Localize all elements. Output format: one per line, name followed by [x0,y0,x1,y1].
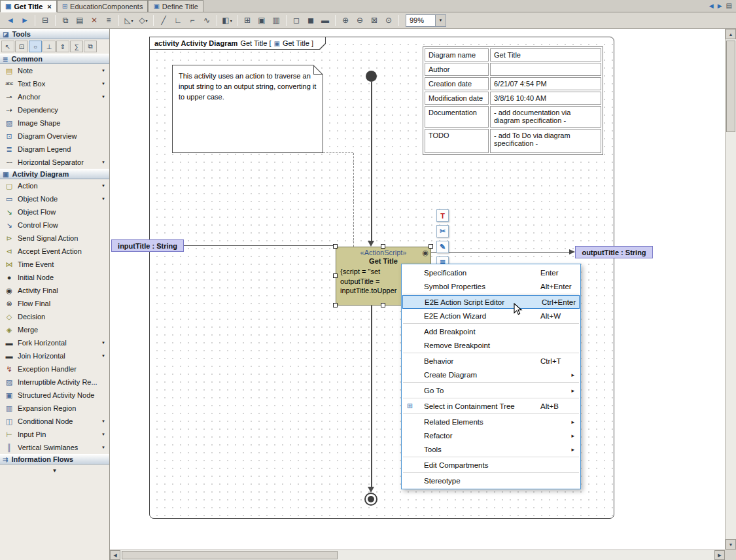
menu-item-go-to[interactable]: Go To▸ [402,383,580,397]
symbol-style-button[interactable]: ◧▾ [220,14,234,27]
activity-final-node[interactable] [364,493,377,506]
scroll-left-icon[interactable]: ◀ [110,550,120,560]
input-pin-connector-line[interactable] [184,245,336,246]
delete-button[interactable]: ✕ [87,14,101,27]
scroll-right-icon[interactable]: ▶ [714,550,725,560]
horizontal-scroll-thumb[interactable] [122,551,338,559]
menu-item-remove-breakpoint[interactable]: Remove Breakpoint [402,338,580,352]
palette-item-activity-final[interactable]: ◉Activity Final [0,284,109,297]
spline-path-button[interactable]: ∿ [200,14,214,27]
cut-tool-button[interactable]: ✂ [436,225,449,237]
select-tool-button[interactable]: ↖ [1,41,14,52]
palette-item-dependency[interactable]: ⇢Dependency [0,103,109,116]
palette-item-interruptible-activity-re[interactable]: ▨Interruptible Activity Re... [0,376,109,389]
scroll-down-icon[interactable]: ▼ [726,539,736,550]
palette-item-decision[interactable]: ◇Decision [0,310,109,323]
anchor-tool-button[interactable]: ⊥ [43,41,56,52]
palette-item-text-box[interactable]: abcText Box▼ [0,77,109,90]
zoom-dropdown-icon[interactable]: ▼ [436,14,446,27]
palette-item-image-shape[interactable]: ▧Image Shape [0,116,109,130]
fit-in-window-button[interactable]: ⊠ [367,14,381,27]
palette-item-send-signal-action[interactable]: ⊳Send Signal Action [0,232,109,245]
containment-tree-button[interactable]: ⊟ [38,14,52,27]
tab-list-icon[interactable]: ▤ [726,2,732,9]
menu-item-e2e-action-wizard[interactable]: E2E Action WizardAlt+W [402,309,580,323]
diagram-canvas[interactable]: activity Activity Diagram Get Title [ ▣ … [110,29,725,550]
initial-node[interactable] [366,71,377,82]
zoom-in-button[interactable]: ⊕ [338,14,353,27]
action-script-icon[interactable]: ◉ [422,249,429,256]
scroll-up-icon[interactable]: ▲ [726,29,736,39]
input-pin-label[interactable]: inputTitle : String [111,239,184,252]
palette-item-input-pin[interactable]: ⊢Input Pin▼ [0,428,109,441]
palette-item-control-flow[interactable]: ↘Control Flow [0,219,109,232]
cascade-tool-button[interactable]: ⧉ [84,41,97,52]
maximize-button[interactable]: ◼ [304,14,318,27]
edit-script-button[interactable]: ✎ [436,241,449,253]
forward-button[interactable]: ► [18,14,32,27]
menu-item-create-diagram[interactable]: Create Diagram▸ [402,368,580,381]
palette-item-note[interactable]: ▤Note▼ [0,64,109,77]
palette-item-conditional-node[interactable]: ◫Conditional Node▼ [0,415,109,428]
palette-item-fork-horizontal[interactable]: ▬Fork Horizontal▼ [0,336,109,349]
selection-handle[interactable] [333,273,338,278]
copy-button[interactable]: ⧉ [58,14,73,27]
palette-item-accept-event-action[interactable]: ⊲Accept Event Action [0,245,109,258]
selection-handle[interactable] [429,244,433,249]
menu-item-tools[interactable]: Tools▸ [402,442,580,456]
horizontal-scrollbar[interactable]: ◀ ▶ [110,550,725,560]
palette-item-horizontal-separator[interactable]: ----Horizontal Separator▼ [0,156,109,169]
next-tab-icon[interactable]: ▶ [718,3,722,9]
oblique-path-button[interactable]: ╱ [156,14,171,27]
text-tool-button[interactable]: T [436,209,449,222]
palette-item-merge[interactable]: ◈Merge [0,323,109,336]
draw-shape-button[interactable]: ◇▾ [136,14,150,27]
collapse-button[interactable]: ▬ [318,14,332,27]
palette-item-expansion-region[interactable]: ▥Expansion Region [0,402,109,415]
tab-get-title[interactable]: ▣Get Title× [0,0,57,12]
vertical-scrollbar[interactable]: ▲ ▼ [725,29,736,550]
palette-more-icon[interactable]: ▼ [0,464,109,474]
distribute-tool-button[interactable]: ⇕ [56,41,69,52]
menu-item-select-in-containment-tree[interactable]: ⊞Select in Containment TreeAlt+B [402,399,580,413]
menu-item-symbol-properties[interactable]: Symbol PropertiesAlt+Enter [402,279,580,293]
menu-item-e2e-action-script-editor[interactable]: E2E Action Script EditorCtrl+Enter [402,295,580,309]
palette-item-action[interactable]: ▢Action▼ [0,179,109,192]
palette-item-flow-final[interactable]: ⊗Flow Final [0,297,109,310]
oval-tool-button[interactable]: ○ [29,41,42,52]
palette-item-time-event[interactable]: ⋈Time Event [0,258,109,271]
menu-item-add-breakpoint[interactable]: Add Breakpoint [402,324,580,338]
show-grid-button[interactable]: ⊞ [240,14,254,27]
menu-item-edit-compartments[interactable]: Edit Compartments [402,458,580,472]
menu-item-specification[interactable]: SpecificationEnter [402,266,580,279]
palette-item-diagram-legend[interactable]: ≣Diagram Legend [0,143,109,156]
show-rulers-button[interactable]: ▥ [269,14,283,27]
paste-button[interactable]: ▤ [73,14,87,27]
box-select-tool-button[interactable]: ⊡ [15,41,28,52]
tab-educationcomponents[interactable]: ⊞EducationComponents [57,0,149,12]
section-header-activity-diagram[interactable]: ▣Activity Diagram [0,169,109,179]
fit-width-button[interactable]: ◻ [289,14,304,27]
palette-item-anchor[interactable]: ⊸Anchor▼ [0,90,109,103]
tab-define-title[interactable]: ▣Define Title [148,0,203,12]
palette-item-structured-activity-node[interactable]: ▣Structured Activity Node [0,389,109,402]
note-shape[interactable]: This activity uses an action to traverse… [172,65,323,153]
back-button[interactable]: ◄ [3,14,18,27]
menu-item-stereotype[interactable]: Stereotype [402,474,580,487]
selection-handle[interactable] [381,303,385,307]
prev-tab-icon[interactable]: ◀ [709,3,714,9]
control-flow-line[interactable] [371,82,372,241]
zoom-out-button[interactable]: ⊖ [353,14,367,27]
snap-grid-button[interactable]: ▣ [254,14,269,27]
zoom-1-1-button[interactable]: ⊙ [381,14,396,27]
tab-close-icon[interactable]: × [47,3,51,10]
palette-item-exception-handler[interactable]: ↯Exception Handler [0,362,109,376]
menu-item-refactor[interactable]: Refactor▸ [402,429,580,442]
zoom-value[interactable]: 99% [406,14,436,27]
section-header-common[interactable]: ≣Common [0,54,109,64]
palette-item-object-node[interactable]: ▭Object Node▼ [0,192,109,205]
rounded-path-button[interactable]: ⌐ [185,14,200,27]
menu-item-behavior[interactable]: BehaviorCtrl+T [402,354,580,368]
selection-handle[interactable] [333,303,338,307]
section-header-information-flows[interactable]: ⇉Information Flows [0,454,109,464]
